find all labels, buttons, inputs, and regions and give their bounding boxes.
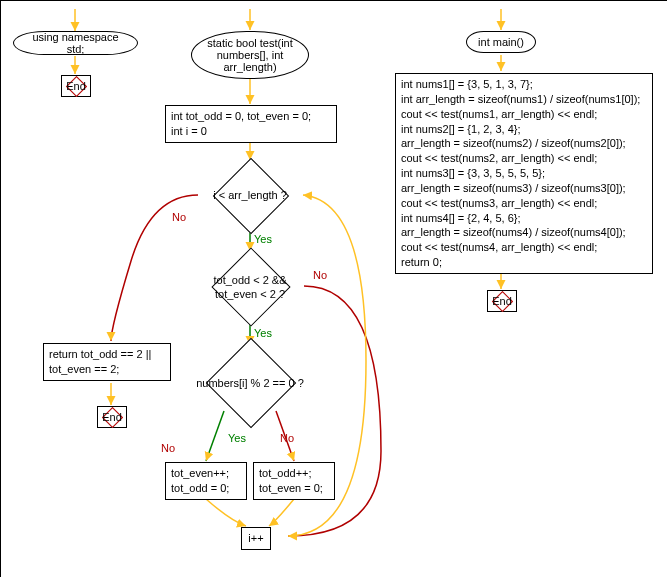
- even-block: tot_even++; tot_odd = 0;: [165, 462, 247, 500]
- yes-label: Yes: [254, 327, 272, 339]
- yes-label: Yes: [228, 432, 246, 444]
- return-block: return tot_odd == 2 || tot_even == 2;: [43, 343, 171, 381]
- func-end-node: End: [97, 406, 127, 428]
- main-end-node: End: [487, 290, 517, 312]
- odd-block: tot_odd++; tot_even = 0;: [253, 462, 335, 500]
- main-body-block: int nums1[] = {3, 5, 1, 3, 7}; int arr_l…: [395, 73, 653, 274]
- main-sig-node: int main(): [466, 31, 536, 53]
- no-label: No: [161, 442, 175, 454]
- cond-mod-shape: [206, 338, 297, 429]
- cond-loop-shape: [213, 158, 289, 234]
- end-label: End: [492, 295, 512, 307]
- no-label: No: [172, 211, 186, 223]
- end-label: End: [102, 411, 122, 423]
- no-label: No: [280, 432, 294, 444]
- end-label: End: [66, 80, 86, 92]
- cond-totals-shape: [211, 247, 290, 326]
- flowchart-canvas: using namespace std; End static bool tes…: [0, 0, 667, 577]
- inc-block: i++: [241, 527, 271, 550]
- func-sig-node: static bool test(int numbers[], int arr_…: [191, 31, 309, 79]
- namespace-node: using namespace std;: [13, 31, 138, 55]
- init-block: int tot_odd = 0, tot_even = 0; int i = 0: [165, 105, 337, 143]
- no-label: No: [313, 269, 327, 281]
- namespace-end-node: End: [61, 75, 91, 97]
- yes-label: Yes: [254, 233, 272, 245]
